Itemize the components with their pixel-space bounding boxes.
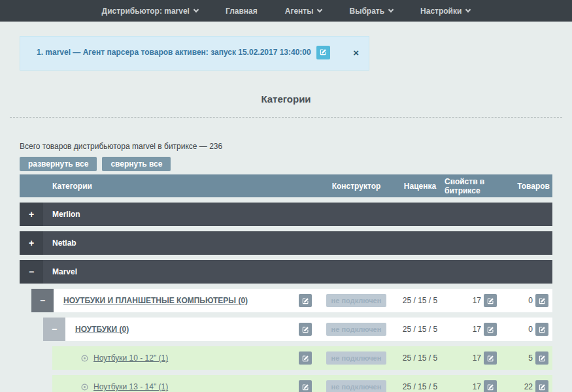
category-name-cell: НОУТБУКИ И ПЛАНШЕТНЫЕ КОМПЬЮТЕРЫ (0) bbox=[54, 294, 317, 307]
edit-props-button[interactable] bbox=[484, 323, 497, 336]
nav-item[interactable]: Главная bbox=[226, 7, 258, 16]
chevron-down-icon bbox=[317, 7, 322, 12]
pencil-square-icon bbox=[539, 297, 546, 304]
props-count: 17 bbox=[473, 296, 481, 305]
constructor-status-badge: не подключен bbox=[326, 323, 387, 336]
distributor-group-name: Marvel bbox=[43, 260, 552, 284]
table-row: Ноутбуки 10 - 12" (1)не подключен25 / 15… bbox=[52, 346, 552, 370]
table-row: +Netlab bbox=[20, 231, 552, 255]
markup-value: 25 / 15 / 5 bbox=[403, 382, 437, 391]
expand-all-button[interactable]: развернуть все bbox=[20, 157, 97, 171]
navbar: Дистрибьютор: marvelГлавнаяАгентыВыбрать… bbox=[0, 0, 572, 22]
props-cell: 17 bbox=[445, 380, 510, 392]
pencil-square-icon bbox=[539, 326, 546, 333]
edit-category-button[interactable] bbox=[299, 294, 312, 307]
category-row-body: НОУТБУКИ И ПЛАНШЕТНЫЕ КОМПЬЮТЕРЫ (0)не п… bbox=[54, 289, 552, 312]
markup-value: 25 / 15 / 5 bbox=[403, 325, 437, 334]
props-cell: 17 bbox=[445, 323, 510, 336]
collapse-toggle-minus-icon[interactable]: − bbox=[31, 289, 54, 312]
table-row: Ноутбуки 13 - 14" (1)не подключен25 / 15… bbox=[52, 375, 552, 392]
dashed-divider bbox=[10, 117, 562, 118]
products-cell: 5 bbox=[510, 351, 552, 365]
category-name-cell: Ноутбуки 10 - 12" (1) bbox=[52, 351, 317, 365]
edit-category-button[interactable] bbox=[299, 351, 312, 365]
table-row: +Merlion bbox=[20, 203, 552, 226]
category-link[interactable]: Ноутбуки 13 - 14" (1) bbox=[93, 382, 168, 391]
props-cell: 17 bbox=[445, 351, 510, 365]
page-title: Категории bbox=[0, 93, 572, 105]
agent-status-alert: 1. marvel — Агент парсера товаров активе… bbox=[20, 36, 369, 71]
expand-toggle-plus-icon[interactable]: + bbox=[20, 231, 43, 255]
products-cell: 22 bbox=[510, 380, 552, 392]
category-name-cell: Ноутбуки 13 - 14" (1) bbox=[52, 380, 317, 392]
categories-table: КатегорииКонструкторНаценкаСвойств в бит… bbox=[20, 174, 552, 392]
category-row-body: НОУТБУКИ (0)не подключен25 / 15 / 5170 bbox=[65, 318, 552, 341]
props-cell: 17 bbox=[445, 294, 510, 307]
nav-item[interactable]: Настройки bbox=[420, 7, 470, 16]
markup-cell: 25 / 15 / 5 bbox=[395, 325, 445, 334]
category-link[interactable]: НОУТБУКИ (0) bbox=[75, 325, 129, 334]
markup-cell: 25 / 15 / 5 bbox=[395, 296, 445, 305]
pencil-square-icon bbox=[487, 297, 494, 304]
chevron-down-icon bbox=[465, 7, 471, 12]
alert-close-button[interactable]: × bbox=[353, 46, 359, 59]
edit-products-button[interactable] bbox=[535, 351, 548, 365]
nav-item[interactable]: Дистрибьютор: marvel bbox=[102, 7, 198, 16]
props-count: 17 bbox=[473, 325, 481, 334]
table-body: +Merlion+Netlab−Marvel−НОУТБУКИ И ПЛАНШЕ… bbox=[20, 203, 552, 392]
edit-products-button[interactable] bbox=[535, 294, 548, 307]
markup-cell: 25 / 15 / 5 bbox=[395, 382, 445, 391]
edit-category-button[interactable] bbox=[299, 380, 312, 392]
constructor-cell: не подключен bbox=[317, 323, 395, 336]
chevron-down-icon bbox=[388, 7, 394, 12]
distributor-group-name: Netlab bbox=[43, 231, 552, 255]
edit-props-button[interactable] bbox=[484, 351, 497, 365]
category-row-body: Ноутбуки 13 - 14" (1)не подключен25 / 15… bbox=[52, 375, 552, 392]
pencil-square-icon bbox=[302, 297, 309, 304]
table-row: −НОУТБУКИ (0)не подключен25 / 15 / 5170 bbox=[43, 318, 552, 341]
props-count: 17 bbox=[473, 382, 481, 391]
constructor-cell: не подключен bbox=[317, 294, 395, 307]
column-header: Свойств в битриксе bbox=[445, 177, 510, 195]
table-row: −НОУТБУКИ И ПЛАНШЕТНЫЕ КОМПЬЮТЕРЫ (0)не … bbox=[31, 289, 552, 312]
edit-products-button[interactable] bbox=[535, 323, 548, 336]
edit-props-button[interactable] bbox=[484, 294, 497, 307]
nav-item-label: Выбрать bbox=[349, 7, 384, 16]
nav-item[interactable]: Выбрать bbox=[349, 7, 393, 16]
pencil-square-icon bbox=[487, 355, 494, 362]
constructor-cell: не подключен bbox=[317, 351, 395, 365]
tree-controls: развернуть все свернуть все bbox=[20, 157, 572, 171]
edit-props-button[interactable] bbox=[484, 380, 497, 392]
column-header: Категории bbox=[20, 182, 317, 191]
pencil-square-icon bbox=[539, 384, 546, 391]
pencil-square-icon bbox=[302, 326, 309, 333]
agent-edit-button[interactable] bbox=[316, 46, 330, 59]
collapse-toggle-minus-icon[interactable]: − bbox=[43, 318, 65, 341]
markup-value: 25 / 15 / 5 bbox=[403, 296, 437, 305]
nav-item[interactable]: Агенты bbox=[285, 7, 322, 16]
expand-toggle-plus-icon[interactable]: + bbox=[20, 203, 43, 226]
products-cell: 0 bbox=[510, 294, 552, 307]
column-header: Конструктор bbox=[317, 182, 395, 191]
edit-category-button[interactable] bbox=[299, 323, 312, 336]
agent-status-text: 1. marvel — Агент парсера товаров активе… bbox=[37, 46, 311, 59]
totals-summary: Всего товаров дистрибьютора marvel в бит… bbox=[20, 142, 572, 151]
collapse-all-button[interactable]: свернуть все bbox=[102, 157, 171, 171]
table-row: −Marvel bbox=[20, 260, 552, 284]
nav-item-label: Дистрибьютор: marvel bbox=[102, 7, 190, 16]
edit-products-button[interactable] bbox=[535, 380, 548, 392]
constructor-status-badge: не подключен bbox=[326, 294, 387, 307]
constructor-status-badge: не подключен bbox=[326, 380, 387, 392]
category-link[interactable]: НОУТБУКИ И ПЛАНШЕТНЫЕ КОМПЬЮТЕРЫ (0) bbox=[63, 296, 248, 305]
constructor-cell: не подключен bbox=[317, 380, 395, 392]
pencil-square-icon bbox=[302, 384, 309, 391]
category-row-body: Ноутбуки 10 - 12" (1)не подключен25 / 15… bbox=[52, 346, 552, 370]
markup-cell: 25 / 15 / 5 bbox=[395, 353, 445, 363]
pencil-square-icon bbox=[487, 326, 494, 333]
nav-item-label: Агенты bbox=[285, 7, 314, 16]
collapse-toggle-minus-icon[interactable]: − bbox=[20, 260, 43, 284]
markup-value: 25 / 15 / 5 bbox=[403, 353, 437, 363]
products-count: 5 bbox=[528, 353, 533, 363]
products-count: 0 bbox=[528, 325, 533, 334]
category-link[interactable]: Ноутбуки 10 - 12" (1) bbox=[93, 353, 168, 363]
